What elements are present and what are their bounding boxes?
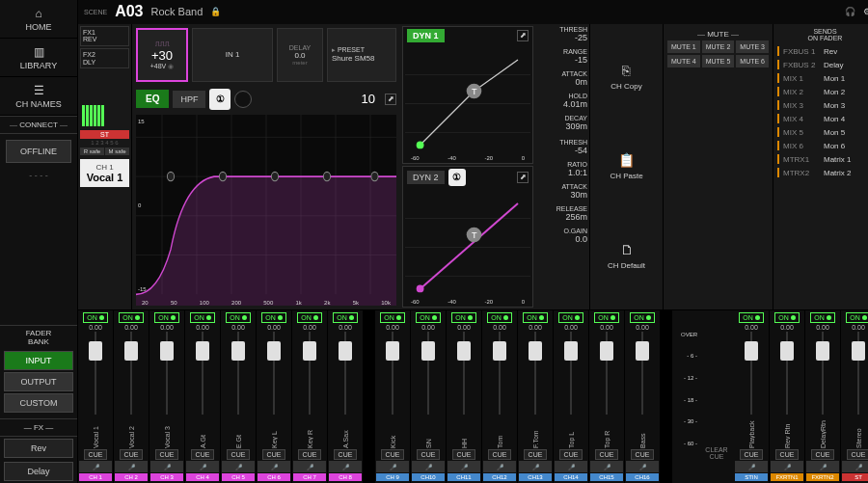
- mute-1-button[interactable]: MUTE 1: [667, 40, 700, 53]
- fader-slider[interactable]: [412, 332, 445, 415]
- on-button[interactable]: ON: [226, 312, 251, 323]
- fader-slider[interactable]: [186, 332, 219, 415]
- fader-slider[interactable]: [483, 332, 516, 415]
- fader-slider[interactable]: [115, 332, 148, 415]
- cue-button[interactable]: CUE: [559, 449, 583, 460]
- ch-default-button[interactable]: 🗋CH Default: [608, 242, 645, 270]
- input-box[interactable]: IN 1: [192, 28, 273, 82]
- fader-slider[interactable]: [735, 332, 768, 415]
- on-button[interactable]: ON: [558, 312, 583, 323]
- fader-slider[interactable]: [448, 332, 480, 415]
- chnames-button[interactable]: ☰CH NAMES: [0, 77, 77, 116]
- dyn2-box[interactable]: DYN 2①⬈ T -60-40-200: [402, 166, 533, 308]
- mute-safe[interactable]: M safe: [105, 148, 129, 155]
- mute-5-button[interactable]: MUTE 5: [702, 55, 735, 67]
- fader-slider[interactable]: [590, 332, 623, 415]
- lock-icon[interactable]: 🔒: [210, 7, 221, 16]
- send-row[interactable]: MIX 2Mon 2: [775, 85, 868, 98]
- on-button[interactable]: ON: [154, 312, 179, 323]
- ch-copy-button[interactable]: ⎘CH Copy: [610, 63, 641, 91]
- on-button[interactable]: ON: [190, 312, 215, 323]
- fader-slider[interactable]: [555, 332, 587, 415]
- cue-button[interactable]: CUE: [417, 449, 441, 460]
- on-button[interactable]: ON: [594, 312, 619, 323]
- fader-slider[interactable]: [79, 332, 112, 415]
- cue-button[interactable]: CUE: [298, 449, 322, 460]
- delay-box[interactable]: DELAY0.0meter: [277, 28, 323, 82]
- cue-button[interactable]: CUE: [262, 449, 286, 460]
- on-button[interactable]: ON: [380, 312, 405, 323]
- on-button[interactable]: ON: [630, 312, 655, 323]
- eq-popup-icon[interactable]: ⬈: [385, 94, 396, 105]
- send-row[interactable]: MIX 1Mon 1: [775, 71, 868, 85]
- fader-slider[interactable]: [258, 332, 290, 415]
- on-button[interactable]: ON: [451, 312, 476, 323]
- mute-6-button[interactable]: MUTE 6: [736, 55, 769, 67]
- fader-slider[interactable]: [376, 332, 409, 415]
- on-button[interactable]: ON: [739, 312, 764, 323]
- fader-slider[interactable]: [842, 332, 868, 415]
- cue-button[interactable]: CUE: [811, 449, 835, 460]
- fader-slider[interactable]: [150, 332, 183, 415]
- cue-button[interactable]: CUE: [740, 449, 764, 460]
- fx2-box[interactable]: FX2DLY: [80, 48, 129, 68]
- cue-button[interactable]: CUE: [381, 449, 405, 460]
- clear-cue-button[interactable]: CLEAR CUE: [699, 310, 734, 483]
- send-row[interactable]: MIX 4Mon 4: [775, 112, 868, 125]
- on-button[interactable]: ON: [83, 312, 108, 323]
- bank-custom-button[interactable]: CUSTOM: [4, 393, 73, 413]
- headphone-icon[interactable]: 🎧: [845, 7, 855, 16]
- on-button[interactable]: ON: [810, 312, 835, 323]
- cue-button[interactable]: CUE: [847, 449, 868, 460]
- cue-button[interactable]: CUE: [155, 449, 179, 460]
- on-button[interactable]: ON: [846, 312, 868, 323]
- send-row[interactable]: FXBUS 1Rev: [775, 44, 868, 58]
- send-row[interactable]: MIX 5Mon 5: [775, 125, 868, 139]
- fader-slider[interactable]: [519, 332, 552, 415]
- ch-paste-button[interactable]: 📋CH Paste: [610, 152, 642, 180]
- fader-slider[interactable]: [222, 332, 255, 415]
- on-button[interactable]: ON: [487, 312, 512, 323]
- on-button[interactable]: ON: [119, 312, 144, 323]
- cue-button[interactable]: CUE: [524, 449, 548, 460]
- cue-button[interactable]: CUE: [488, 449, 512, 460]
- cue-button[interactable]: CUE: [595, 449, 619, 460]
- eq-button[interactable]: EQ: [136, 90, 169, 108]
- eq-knob[interactable]: [234, 91, 252, 108]
- send-row[interactable]: MIX 3Mon 3: [775, 98, 868, 112]
- fx-rev-button[interactable]: Rev: [4, 439, 73, 458]
- send-row[interactable]: FXBUS 2Delay: [775, 58, 868, 71]
- mute-4-button[interactable]: MUTE 4: [667, 55, 700, 67]
- scene-id[interactable]: A03: [115, 3, 143, 20]
- preset-box[interactable]: ▸ PRESETShure SM58: [327, 28, 396, 82]
- dyn2-popup-icon[interactable]: ⬈: [517, 172, 529, 183]
- dyn1-box[interactable]: DYN 1⬈ T -60-40-200: [402, 26, 533, 164]
- fader-slider[interactable]: [626, 332, 659, 415]
- on-button[interactable]: ON: [416, 312, 441, 323]
- mute-3-button[interactable]: MUTE 3: [736, 40, 769, 53]
- library-button[interactable]: ▥LIBRARY: [0, 39, 77, 77]
- on-button[interactable]: ON: [333, 312, 358, 323]
- cue-button[interactable]: CUE: [631, 449, 655, 460]
- send-row[interactable]: MTRX1Matrix 1: [775, 152, 868, 166]
- fader-slider[interactable]: [771, 332, 803, 415]
- gear-icon[interactable]: ⚙: [863, 7, 868, 16]
- cue-button[interactable]: CUE: [227, 449, 251, 460]
- eq-band-button[interactable]: ①: [209, 89, 231, 110]
- fader-slider[interactable]: [806, 332, 839, 415]
- cue-button[interactable]: CUE: [120, 449, 144, 460]
- cue-button[interactable]: CUE: [334, 449, 358, 460]
- fx-delay-button[interactable]: Delay: [4, 462, 73, 481]
- cue-button[interactable]: CUE: [84, 449, 108, 460]
- on-button[interactable]: ON: [774, 312, 800, 323]
- send-row[interactable]: MIX 6Mon 6: [775, 139, 868, 152]
- fader-slider[interactable]: [293, 332, 326, 415]
- bank-input-button[interactable]: INPUT: [4, 351, 73, 370]
- bank-output-button[interactable]: OUTPUT: [4, 372, 73, 391]
- cue-button[interactable]: CUE: [452, 449, 476, 460]
- eq-graph[interactable]: 20501002005001k2k5k10k 150-15: [136, 115, 396, 306]
- on-button[interactable]: ON: [523, 312, 548, 323]
- home-button[interactable]: ⌂HOME: [0, 0, 77, 39]
- offline-button[interactable]: OFFLINE: [6, 140, 71, 163]
- gain-box[interactable]: ⎍⎍⎍ +30 +48V ◉: [136, 28, 188, 82]
